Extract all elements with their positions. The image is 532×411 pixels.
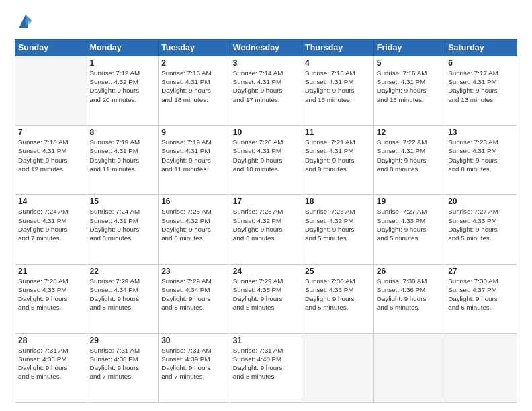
calendar-day-cell	[445, 333, 517, 402]
day-number: 29	[90, 336, 156, 345]
day-info: Sunrise: 7:30 AM Sunset: 4:36 PM Dayligh…	[305, 277, 371, 312]
calendar-day-cell: 28Sunrise: 7:31 AM Sunset: 4:38 PM Dayli…	[15, 333, 87, 402]
day-info: Sunrise: 7:12 AM Sunset: 4:32 PM Dayligh…	[90, 68, 156, 104]
weekday-header: Friday	[373, 40, 445, 56]
calendar-day-cell: 9Sunrise: 7:19 AM Sunset: 4:31 PM Daylig…	[159, 126, 230, 195]
day-info: Sunrise: 7:25 AM Sunset: 4:32 PM Dayligh…	[161, 207, 227, 242]
calendar-day-cell: 30Sunrise: 7:31 AM Sunset: 4:39 PM Dayli…	[159, 333, 230, 402]
day-info: Sunrise: 7:27 AM Sunset: 4:33 PM Dayligh…	[377, 207, 442, 242]
logo-icon	[16, 12, 35, 31]
calendar-header-row: SundayMondayTuesdayWednesdayThursdayFrid…	[15, 40, 517, 56]
day-number: 25	[305, 267, 371, 276]
day-info: Sunrise: 7:31 AM Sunset: 4:39 PM Dayligh…	[161, 346, 227, 381]
day-info: Sunrise: 7:31 AM Sunset: 4:38 PM Dayligh…	[90, 346, 156, 381]
calendar-day-cell: 6Sunrise: 7:17 AM Sunset: 4:31 PM Daylig…	[445, 56, 517, 126]
day-number: 19	[377, 197, 442, 206]
calendar-day-cell: 20Sunrise: 7:27 AM Sunset: 4:33 PM Dayli…	[445, 195, 517, 264]
day-number: 23	[161, 267, 227, 276]
day-info: Sunrise: 7:27 AM Sunset: 4:33 PM Dayligh…	[448, 207, 514, 242]
calendar-day-cell: 5Sunrise: 7:16 AM Sunset: 4:31 PM Daylig…	[373, 56, 445, 126]
calendar-week-row: 14Sunrise: 7:24 AM Sunset: 4:31 PM Dayli…	[15, 195, 517, 264]
day-number: 9	[161, 128, 227, 137]
day-info: Sunrise: 7:31 AM Sunset: 4:40 PM Dayligh…	[233, 346, 299, 381]
day-number: 5	[377, 58, 442, 68]
day-number: 6	[448, 58, 514, 68]
day-info: Sunrise: 7:18 AM Sunset: 4:31 PM Dayligh…	[18, 138, 84, 173]
day-info: Sunrise: 7:13 AM Sunset: 4:31 PM Dayligh…	[161, 68, 227, 104]
day-info: Sunrise: 7:20 AM Sunset: 4:31 PM Dayligh…	[233, 138, 299, 173]
header	[15, 12, 517, 32]
day-number: 13	[448, 128, 514, 137]
weekday-header: Monday	[87, 40, 159, 56]
day-info: Sunrise: 7:14 AM Sunset: 4:31 PM Dayligh…	[233, 68, 299, 104]
day-number: 28	[18, 336, 84, 345]
day-number: 31	[233, 336, 299, 345]
calendar-day-cell: 21Sunrise: 7:28 AM Sunset: 4:33 PM Dayli…	[15, 264, 87, 333]
calendar-day-cell: 17Sunrise: 7:26 AM Sunset: 4:32 PM Dayli…	[230, 195, 302, 264]
day-number: 7	[18, 128, 84, 137]
calendar-day-cell	[15, 56, 87, 126]
day-info: Sunrise: 7:26 AM Sunset: 4:32 PM Dayligh…	[305, 207, 371, 242]
day-info: Sunrise: 7:29 AM Sunset: 4:34 PM Dayligh…	[161, 277, 227, 312]
day-number: 26	[377, 267, 442, 276]
calendar-day-cell: 11Sunrise: 7:21 AM Sunset: 4:31 PM Dayli…	[302, 126, 374, 195]
weekday-header: Wednesday	[230, 40, 302, 56]
day-info: Sunrise: 7:19 AM Sunset: 4:31 PM Dayligh…	[90, 138, 156, 173]
day-number: 8	[90, 128, 156, 137]
day-info: Sunrise: 7:29 AM Sunset: 4:34 PM Dayligh…	[90, 277, 156, 312]
calendar-day-cell: 13Sunrise: 7:23 AM Sunset: 4:31 PM Dayli…	[445, 126, 517, 195]
page: SundayMondayTuesdayWednesdayThursdayFrid…	[0, 0, 532, 411]
svg-marker-1	[26, 15, 32, 26]
day-number: 1	[90, 58, 156, 68]
day-info: Sunrise: 7:17 AM Sunset: 4:31 PM Dayligh…	[448, 68, 514, 104]
calendar-week-row: 1Sunrise: 7:12 AM Sunset: 4:32 PM Daylig…	[15, 56, 517, 126]
weekday-header: Sunday	[15, 40, 87, 56]
day-info: Sunrise: 7:24 AM Sunset: 4:31 PM Dayligh…	[90, 207, 156, 242]
calendar-day-cell: 27Sunrise: 7:30 AM Sunset: 4:37 PM Dayli…	[445, 264, 517, 333]
day-info: Sunrise: 7:15 AM Sunset: 4:31 PM Dayligh…	[305, 68, 371, 104]
day-info: Sunrise: 7:22 AM Sunset: 4:31 PM Dayligh…	[377, 138, 442, 173]
day-number: 16	[161, 197, 227, 206]
calendar-day-cell: 15Sunrise: 7:24 AM Sunset: 4:31 PM Dayli…	[87, 195, 159, 264]
calendar-day-cell: 14Sunrise: 7:24 AM Sunset: 4:31 PM Dayli…	[15, 195, 87, 264]
calendar-day-cell: 16Sunrise: 7:25 AM Sunset: 4:32 PM Dayli…	[159, 195, 230, 264]
weekday-header: Thursday	[302, 40, 374, 56]
day-number: 20	[448, 197, 514, 206]
day-info: Sunrise: 7:24 AM Sunset: 4:31 PM Dayligh…	[18, 207, 84, 242]
calendar-day-cell	[373, 333, 445, 402]
day-info: Sunrise: 7:28 AM Sunset: 4:33 PM Dayligh…	[18, 277, 84, 312]
day-info: Sunrise: 7:21 AM Sunset: 4:31 PM Dayligh…	[305, 138, 371, 173]
calendar-week-row: 7Sunrise: 7:18 AM Sunset: 4:31 PM Daylig…	[15, 126, 517, 195]
calendar-day-cell	[302, 333, 374, 402]
calendar-day-cell: 25Sunrise: 7:30 AM Sunset: 4:36 PM Dayli…	[302, 264, 374, 333]
calendar-day-cell: 29Sunrise: 7:31 AM Sunset: 4:38 PM Dayli…	[87, 333, 159, 402]
calendar-table: SundayMondayTuesdayWednesdayThursdayFrid…	[15, 39, 517, 403]
calendar-day-cell: 22Sunrise: 7:29 AM Sunset: 4:34 PM Dayli…	[87, 264, 159, 333]
day-number: 18	[305, 197, 371, 206]
calendar-day-cell: 1Sunrise: 7:12 AM Sunset: 4:32 PM Daylig…	[87, 56, 159, 126]
day-number: 4	[305, 58, 371, 68]
day-number: 21	[18, 267, 84, 276]
calendar-day-cell: 19Sunrise: 7:27 AM Sunset: 4:33 PM Dayli…	[373, 195, 445, 264]
weekday-header: Saturday	[445, 40, 517, 56]
calendar-day-cell: 4Sunrise: 7:15 AM Sunset: 4:31 PM Daylig…	[302, 56, 374, 126]
weekday-header: Tuesday	[159, 40, 230, 56]
calendar-day-cell: 7Sunrise: 7:18 AM Sunset: 4:31 PM Daylig…	[15, 126, 87, 195]
day-number: 17	[233, 197, 299, 206]
day-number: 30	[161, 336, 227, 345]
calendar-day-cell: 2Sunrise: 7:13 AM Sunset: 4:31 PM Daylig…	[159, 56, 230, 126]
day-number: 27	[448, 267, 514, 276]
day-info: Sunrise: 7:23 AM Sunset: 4:31 PM Dayligh…	[448, 138, 514, 173]
day-info: Sunrise: 7:30 AM Sunset: 4:36 PM Dayligh…	[377, 277, 442, 312]
day-number: 11	[305, 128, 371, 137]
day-number: 10	[233, 128, 299, 137]
day-number: 15	[90, 197, 156, 206]
day-number: 12	[377, 128, 442, 137]
calendar-day-cell: 8Sunrise: 7:19 AM Sunset: 4:31 PM Daylig…	[87, 126, 159, 195]
day-info: Sunrise: 7:29 AM Sunset: 4:35 PM Dayligh…	[233, 277, 299, 312]
calendar-day-cell: 31Sunrise: 7:31 AM Sunset: 4:40 PM Dayli…	[230, 333, 302, 402]
day-number: 22	[90, 267, 156, 276]
calendar-week-row: 28Sunrise: 7:31 AM Sunset: 4:38 PM Dayli…	[15, 333, 517, 402]
day-info: Sunrise: 7:31 AM Sunset: 4:38 PM Dayligh…	[18, 346, 84, 381]
day-number: 2	[161, 58, 227, 68]
